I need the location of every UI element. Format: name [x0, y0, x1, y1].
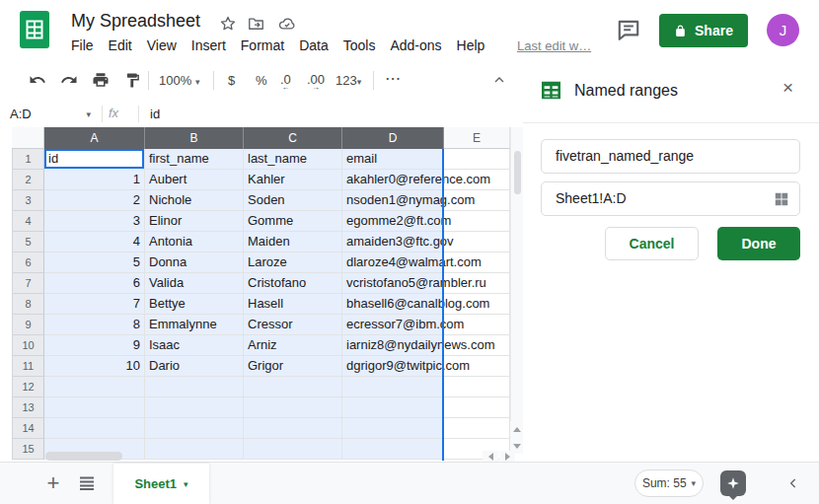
vertical-scrollbar-thumb[interactable]: [514, 151, 521, 194]
row-header-3[interactable]: 3: [12, 190, 44, 211]
close-icon[interactable]: ×: [782, 78, 793, 97]
cell-C13[interactable]: [244, 397, 342, 418]
row-header-5[interactable]: 5: [12, 232, 44, 252]
cell-D6[interactable]: dlaroze4@walmart.com: [342, 252, 444, 273]
cell-B6[interactable]: Donna: [145, 252, 244, 273]
row-header-10[interactable]: 10: [12, 335, 44, 356]
cell-C2[interactable]: Kahler: [244, 170, 342, 190]
scroll-right-button[interactable]: [499, 451, 515, 462]
cell-C5[interactable]: Maiden: [244, 232, 342, 252]
zoom-select[interactable]: 100% ▾: [159, 73, 199, 88]
redo-icon[interactable]: [56, 67, 82, 93]
cell-C11[interactable]: Grigor: [244, 356, 342, 377]
row-header-15[interactable]: 15: [12, 439, 44, 460]
cell-E12[interactable]: [444, 377, 510, 397]
cell-A11[interactable]: 10: [44, 356, 145, 377]
cell-B12[interactable]: [145, 377, 244, 397]
cell-A6[interactable]: 5: [44, 252, 145, 273]
print-icon[interactable]: [88, 67, 113, 93]
row-header-14[interactable]: 14: [12, 418, 44, 439]
name-box[interactable]: A:D ▾: [0, 102, 99, 126]
cell-B9[interactable]: Emmalynne: [145, 315, 244, 335]
cell-C15[interactable]: [244, 439, 342, 460]
cell-A4[interactable]: 3: [44, 211, 145, 232]
cell-A3[interactable]: 2: [44, 190, 145, 211]
add-sheet-button[interactable]: +: [39, 469, 67, 497]
cell-D11[interactable]: dgrigor9@twitpic.com: [342, 356, 444, 377]
done-button[interactable]: Done: [717, 227, 800, 260]
menu-view[interactable]: View: [147, 37, 177, 53]
row-header-4[interactable]: 4: [12, 211, 44, 232]
cell-A1[interactable]: id: [44, 149, 145, 170]
cell-D14[interactable]: [342, 418, 444, 439]
cell-B15[interactable]: [145, 439, 244, 460]
cell-D13[interactable]: [342, 397, 444, 418]
share-button[interactable]: Share: [659, 14, 748, 47]
cell-D12[interactable]: [342, 377, 444, 397]
vertical-scrollbar[interactable]: [510, 127, 523, 450]
cell-B4[interactable]: Elinor: [145, 211, 244, 232]
cell-D3[interactable]: nsoden1@nymag.com: [342, 190, 444, 211]
scroll-left-button[interactable]: [483, 451, 498, 462]
cell-A7[interactable]: 6: [44, 273, 145, 294]
cloud-saved-icon[interactable]: [277, 15, 295, 33]
sheets-logo-icon[interactable]: [20, 11, 49, 48]
cell-B14[interactable]: [145, 418, 244, 439]
row-header-7[interactable]: 7: [12, 273, 44, 294]
cell-D5[interactable]: amaiden3@ftc.gov: [342, 232, 444, 252]
cancel-button[interactable]: Cancel: [605, 227, 699, 260]
formula-input[interactable]: id: [150, 107, 160, 121]
cell-A13[interactable]: [44, 397, 145, 418]
column-header-E[interactable]: E: [444, 127, 510, 149]
last-edit-link[interactable]: Last edit w…: [517, 38, 591, 53]
row-header-2[interactable]: 2: [12, 170, 44, 190]
decrease-decimal-button[interactable]: .0←: [280, 72, 291, 87]
cell-A12[interactable]: [44, 377, 145, 397]
cell-B5[interactable]: Antonia: [145, 232, 244, 252]
star-icon[interactable]: [219, 15, 237, 33]
menu-edit[interactable]: Edit: [109, 37, 132, 53]
range-name-input[interactable]: fivetran_named_range: [541, 139, 800, 174]
cell-C3[interactable]: Soden: [244, 190, 342, 211]
explore-button[interactable]: [720, 470, 746, 496]
cell-C14[interactable]: [244, 418, 342, 439]
range-reference-input[interactable]: Sheet1!A:D: [541, 181, 800, 216]
row-header-13[interactable]: 13: [12, 397, 44, 418]
format-currency-button[interactable]: $: [228, 73, 235, 88]
cell-E14[interactable]: [444, 418, 510, 439]
paint-format-icon[interactable]: [119, 67, 145, 93]
cell-E1[interactable]: [444, 149, 510, 170]
cell-D9[interactable]: ecressor7@ibm.com: [342, 315, 444, 335]
row-header-6[interactable]: 6: [12, 252, 44, 273]
cell-A14[interactable]: [44, 418, 145, 439]
cell-B11[interactable]: Dario: [145, 356, 244, 377]
document-title[interactable]: My Spreadsheet: [71, 11, 200, 32]
cell-C6[interactable]: Laroze: [244, 252, 342, 273]
cell-B10[interactable]: Isaac: [145, 335, 244, 356]
cell-C8[interactable]: Hasell: [244, 294, 342, 315]
row-header-8[interactable]: 8: [12, 294, 44, 315]
cell-D7[interactable]: vcristofano5@rambler.ru: [342, 273, 444, 294]
chevron-left-icon[interactable]: [782, 471, 805, 495]
avatar[interactable]: J: [767, 14, 799, 46]
cell-D4[interactable]: egomme2@ft.com: [342, 211, 444, 232]
sum-dropdown[interactable]: Sum: 55 ▾: [634, 469, 704, 497]
column-header-C[interactable]: C: [244, 127, 342, 149]
menu-file[interactable]: File: [71, 37, 94, 53]
cell-B13[interactable]: [145, 397, 244, 418]
cell-B8[interactable]: Bettye: [145, 294, 244, 315]
move-folder-icon[interactable]: [247, 15, 264, 33]
cell-B2[interactable]: Aubert: [145, 170, 244, 190]
cell-E4[interactable]: [444, 211, 510, 232]
cell-B1[interactable]: first_name: [145, 149, 244, 170]
select-data-range-icon[interactable]: [774, 191, 789, 207]
cell-C4[interactable]: Gomme: [244, 211, 342, 232]
row-header-9[interactable]: 9: [12, 315, 44, 335]
row-header-1[interactable]: 1: [12, 149, 44, 170]
row-header-11[interactable]: 11: [12, 356, 44, 377]
cell-A9[interactable]: 8: [44, 315, 145, 335]
format-percent-button[interactable]: %: [256, 73, 267, 88]
cell-C1[interactable]: last_name: [244, 149, 342, 170]
cell-D10[interactable]: iarniz8@nydailynews.com: [342, 335, 444, 356]
column-header-D[interactable]: D: [342, 127, 444, 149]
